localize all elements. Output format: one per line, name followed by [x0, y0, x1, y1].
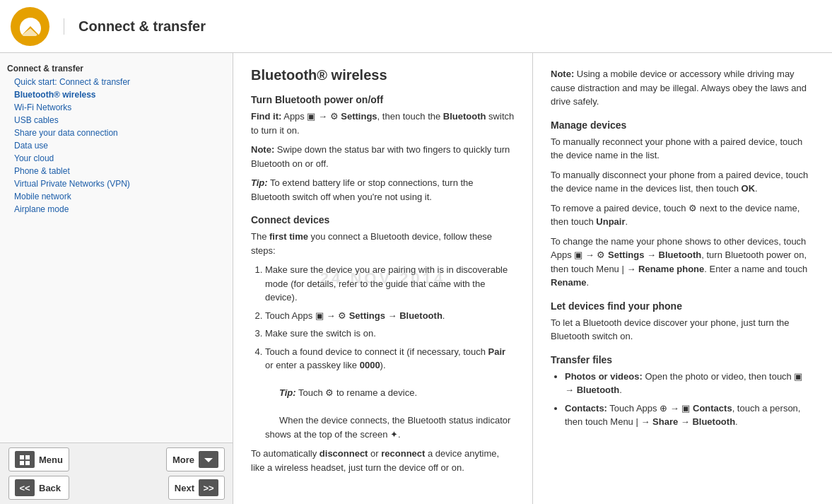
transfer-list: Photos or videos: Open the photo or vide…	[565, 370, 814, 429]
discover-para: To let a Bluetooth device discover your …	[551, 316, 814, 344]
step-3: Make sure the switch is on.	[265, 327, 515, 341]
section-heading-transfer: Transfer files	[551, 354, 814, 365]
sidebar-item-airplane[interactable]: Airplane mode	[7, 203, 225, 216]
svg-rect-0	[20, 455, 24, 459]
main-layout: Connect & transfer Quick start: Connect …	[0, 53, 832, 504]
section-heading-connect: Connect devices	[251, 214, 515, 225]
connect-intro: The first time you connect a Bluetooth d…	[251, 230, 515, 257]
note-label-driving: Note:	[551, 69, 574, 79]
sidebar-item-share[interactable]: Share your data connection	[7, 127, 225, 139]
page-title: Connect & transfer	[64, 18, 206, 35]
more-button[interactable]: More	[166, 447, 225, 471]
content-area: 24 NOV 2014 Bluetooth® wireless Turn Blu…	[233, 53, 832, 504]
menu-icon	[15, 451, 35, 468]
manage-p1: To manually reconnect your phone with a …	[551, 135, 814, 163]
findit-para: Find it: Apps ▣ → ⚙ Settings, then touch…	[251, 110, 515, 137]
svg-rect-1	[25, 455, 30, 459]
content-title: Bluetooth® wireless	[251, 67, 515, 83]
step-2: Touch Apps ▣ → ⚙ Settings → Bluetooth.	[265, 309, 515, 323]
step4-tip: Tip: Touch ⚙ to rename a device.	[279, 387, 417, 398]
outro-para: To automatically disconnect or reconnect…	[251, 447, 515, 474]
sidebar-item-vpn[interactable]: Virtual Private Networks (VPN)	[7, 177, 225, 190]
tip-label-1: Tip:	[251, 177, 268, 188]
content-right: Note: Using a mobile device or accessory…	[533, 53, 832, 504]
step4-note: When the device connects, the Bluetooth …	[265, 415, 510, 440]
menu-button[interactable]: Menu	[8, 447, 69, 471]
step-1: Make sure the device you are pairing wit…	[265, 263, 515, 305]
driving-note: Note: Using a mobile device or accessory…	[551, 67, 814, 109]
header: Connect & transfer	[0, 0, 832, 53]
motorola-logo	[11, 7, 49, 46]
sidebar-item-cloud[interactable]: Your cloud	[7, 152, 225, 165]
connect-steps: Make sure the device you are pairing wit…	[265, 263, 515, 441]
more-icon	[199, 451, 218, 468]
note-label-1: Note:	[251, 144, 274, 155]
transfer-contacts: Contacts: Touch Apps ⊕ → ▣ Contacts, tou…	[565, 402, 814, 429]
section-heading-power: Turn Bluetooth power on/off	[251, 94, 515, 105]
back-icon: <<	[15, 479, 35, 496]
next-label: Next	[175, 483, 194, 493]
sidebar-item-wifi[interactable]: Wi-Fi Networks	[7, 101, 225, 114]
sidebar-item-quickstart[interactable]: Quick start: Connect & transfer	[7, 76, 225, 88]
manage-p4: To change the name your phone shows to o…	[551, 235, 814, 290]
svg-rect-2	[20, 461, 24, 465]
svg-rect-3	[25, 461, 30, 465]
next-button[interactable]: Next >>	[168, 476, 225, 500]
menu-label: Menu	[39, 455, 63, 465]
section-heading-discover: Let devices find your phone	[551, 300, 814, 312]
sidebar-item-bluetooth[interactable]: Bluetooth® wireless	[7, 88, 225, 101]
manage-p2: To manually disconnect your phone from a…	[551, 168, 814, 196]
more-label: More	[172, 455, 194, 465]
manage-p3: To remove a paired device, touch ⚙ next …	[551, 201, 814, 229]
back-label: Back	[39, 483, 61, 493]
bottom-nav: Menu << Back More	[0, 443, 233, 504]
tip-para-1: Tip: To extend battery life or stop conn…	[251, 176, 515, 204]
next-icon: >>	[199, 479, 218, 496]
back-button[interactable]: << Back	[8, 476, 69, 500]
transfer-photos: Photos or videos: Open the photo or vide…	[565, 370, 814, 397]
note-para-1: Note: Swipe down the status bar with two…	[251, 143, 515, 170]
sidebar-item-datause[interactable]: Data use	[7, 139, 225, 152]
sidebar: Connect & transfer Quick start: Connect …	[0, 53, 233, 504]
sidebar-item-phone-tablet[interactable]: Phone & tablet	[7, 165, 225, 177]
content-left: 24 NOV 2014 Bluetooth® wireless Turn Blu…	[233, 53, 533, 504]
sidebar-section-title: Connect & transfer	[7, 64, 225, 74]
section-heading-manage: Manage devices	[551, 119, 814, 131]
sidebar-item-usb[interactable]: USB cables	[7, 114, 225, 127]
step-4: Touch a found device to connect it (if n…	[265, 345, 515, 442]
sidebar-item-mobile[interactable]: Mobile network	[7, 190, 225, 203]
findit-label: Find it:	[251, 111, 281, 122]
